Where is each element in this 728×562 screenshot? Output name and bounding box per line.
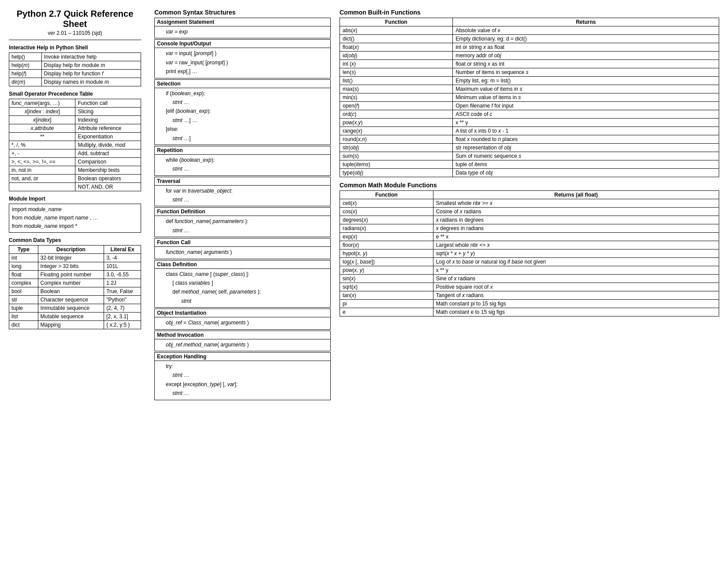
table-row: long Integer > 32 bits 101L [9,262,141,270]
cell [9,183,75,191]
list-item: stmt … [157,98,328,107]
cell: x ** y [453,119,719,127]
cell: str(obj) [340,144,453,152]
list-item: for var in traversable_object: [157,186,328,195]
cell: Tangent of x radians [433,291,719,300]
exception-body: try: stmt … except [exception_type] [, v… [154,361,331,400]
cell: exp(x) [340,233,433,241]
object-inst-section: Object Instantiation obj_ref = Class_nam… [154,309,331,329]
table-row: pow(x,y) x ** y [340,119,719,127]
list-item: while (boolean_exp): [157,156,328,164]
cell: str [9,295,38,304]
col-header: Type [9,245,38,253]
cell: Data type of obj [453,169,719,177]
interactive-help-table: help() Invoke interactive help help(m) D… [9,52,141,86]
cell: Character sequence [38,295,104,304]
cell: Minimum value of items in s [453,93,719,102]
exception-header: Exception Handling [154,352,331,361]
cell: abs(x) [340,26,453,35]
cell: help(f) [9,70,42,78]
table-row: ceil(x) Smallest whole nbr >= x [340,199,719,208]
cell: id(obj) [340,52,453,60]
cell: range(x) [340,127,453,135]
cell: Number of items in sequence s [453,68,719,77]
cell: dict() [340,35,453,43]
cell: float(x) [340,43,453,52]
cell: type(obj) [340,169,453,177]
cell: Mapping [38,320,104,329]
table-row: id(obj) memory addr of obj [340,52,719,60]
class-def-section: Class Definition class Class_name [ (sup… [154,260,331,308]
cell: memory addr of obj [453,52,719,60]
table-row: dict() Empty dictionary, eg: d = dict() [340,35,719,43]
cell: Boolean [38,287,104,295]
cell: int or string x as float [453,43,719,52]
table-row: dir(m) Display names in module m [9,78,141,86]
cell: "Python" [104,295,141,304]
list-item: [else: [157,125,328,134]
list-item: try: [157,362,328,371]
cell: str representation of obj [453,144,719,152]
middle-title: Common Syntax Structures [154,9,331,16]
list-item: import module_name [12,205,138,214]
cell: 32-bit Integer [38,253,104,262]
cell: int (x) [340,60,453,68]
cell: floor(x) [340,241,433,249]
cell: Log of x to base or natural log if base … [433,258,719,266]
table-row: type(obj) Data type of obj [340,169,719,177]
table-row: +, - Add, subtract [9,149,141,158]
table-row: help(m) Display help for module m [9,61,141,70]
cell: Empty list, eg: m = list() [453,77,719,85]
page-subtitle: ver 2.01 – 110105 (sjd) [9,30,141,36]
repetition-body: while (boolean_exp): stmt … [154,154,331,176]
table-row: log(x [, base]) Log of x to base or natu… [340,258,719,266]
list-item: stmt …] … [157,116,328,125]
cell: Open filename f for input [453,102,719,110]
cell: Function call [75,99,141,108]
cell: degrees(x) [340,216,433,224]
table-row: ** Exponentiation [9,133,141,141]
cell: func_name(args, …) [9,99,75,108]
cell: x radians in degrees [433,216,719,224]
table-row: pow(x, y) x ** y [340,266,719,275]
list-item: obj_ref = Class_name( arguments ) [157,318,328,327]
table-row: float Floating point number 3.0, -6.55 [9,270,141,279]
table-row: help() Invoke interactive help [9,53,141,61]
list-item: print exp[,] … [157,67,328,76]
list-item: stmt [157,297,328,305]
cell: help(m) [9,61,42,70]
table-row: x[index : index] Slicing [9,108,141,116]
cell: (2, 4, 7) [104,304,141,312]
table-row: float(x) int or string x as float [340,43,719,52]
method-inv-body: obj_ref.method_name( arguments ) [154,339,331,351]
cell: x[index : index] [9,108,75,116]
object-inst-body: obj_ref = Class_name( arguments ) [154,317,331,329]
cell: open(f) [340,102,453,110]
cell: [2, x, 3.1] [104,312,141,320]
cell: Sum of numeric sequence s [453,152,719,160]
table-row: in, not in Membership tests [9,166,141,175]
cell: Math constant e to 15 sig figs [433,308,719,316]
cell: Math constant pi to 15 sig figs [433,300,719,308]
cell: cos(x) [340,208,433,216]
table-row: bool Boolean True, False [9,287,141,295]
operator-precedence-section: Small Operator Precedence Table func_nam… [9,91,141,191]
math-section: Common Math Module Functions Function Re… [340,182,719,316]
list-item: stmt …] [157,134,328,143]
col-header: Description [38,245,104,253]
cell: Smallest whole nbr >= x [433,199,719,208]
cell: Absolute value of x [453,26,719,35]
list-item: obj_ref.method_name( arguments ) [157,340,328,349]
cell: bool [9,287,38,295]
cell: hypot(x, y) [340,249,433,258]
table-row: int (x) float or string x as int [340,60,719,68]
cell: float [9,270,38,279]
table-row: func_name(args, …) Function call [9,99,141,108]
assignment-section: Assignment Statement var = exp [154,18,331,38]
cell: x degrees in radians [433,224,719,233]
cell: Add, subtract [75,149,141,158]
cell: 101L [104,262,141,270]
list-item: function_name( arguments ) [157,248,328,257]
cell: in, not in [9,166,75,175]
col-header: Function [340,18,453,26]
